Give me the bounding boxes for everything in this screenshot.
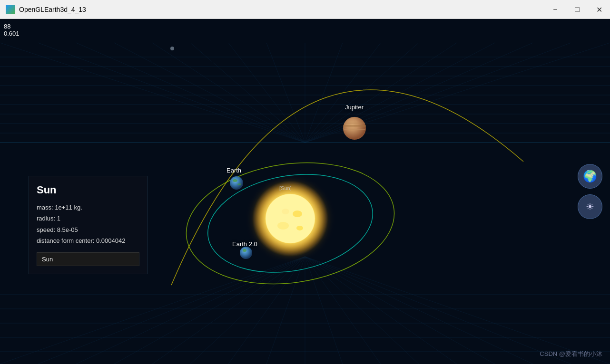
svg-point-56 [293, 211, 302, 217]
window-title: OpenGLEarth3d_4_13 [19, 6, 86, 13]
svg-point-63 [243, 249, 246, 252]
svg-point-57 [282, 209, 289, 214]
svg-point-64 [343, 117, 366, 140]
info-mass: mass: 1e+11 kg. [37, 204, 82, 211]
window-controls: − □ ✕ [544, 0, 610, 19]
svg-point-53 [266, 194, 315, 243]
info-panel-title: Sun [37, 184, 139, 196]
sun-button[interactable]: ☀ [578, 194, 602, 219]
globe-button[interactable]: 🌍 [578, 164, 602, 189]
svg-point-61 [237, 183, 241, 185]
fps-counter: 88 [4, 23, 20, 30]
maximize-button[interactable]: □ [566, 0, 588, 19]
svg-point-60 [233, 179, 237, 182]
svg-point-59 [230, 176, 243, 190]
info-speed: speed: 8.5e-05 [37, 226, 78, 233]
svg-point-58 [296, 226, 303, 230]
svg-point-62 [240, 247, 252, 259]
stats-overlay: 88 0.601 [4, 23, 20, 37]
titlebar: OpenGLEarth3d_4_13 − □ ✕ [0, 0, 610, 19]
right-buttons: 🌍 ☀ [578, 164, 602, 219]
svg-point-55 [277, 222, 289, 230]
info-panel-name-box: Sun [37, 252, 139, 266]
svg-point-68 [170, 47, 174, 50]
info-distance: distance form center: 0.0004042 [37, 237, 125, 244]
minimize-button[interactable]: − [544, 0, 566, 19]
app-icon [6, 5, 15, 14]
simulation-canvas[interactable]: 88 0.601 Jupiter Earth Earth 2.0 [Sun] S… [0, 19, 610, 364]
watermark: CSDN @爱看书的小沐 [540, 350, 602, 358]
close-button[interactable]: ✕ [588, 0, 610, 19]
info-radius: radius: 1 [37, 215, 60, 222]
info-panel: Sun mass: 1e+11 kg. radius: 1 speed: 8.5… [29, 176, 148, 274]
value-counter: 0.601 [4, 30, 20, 37]
